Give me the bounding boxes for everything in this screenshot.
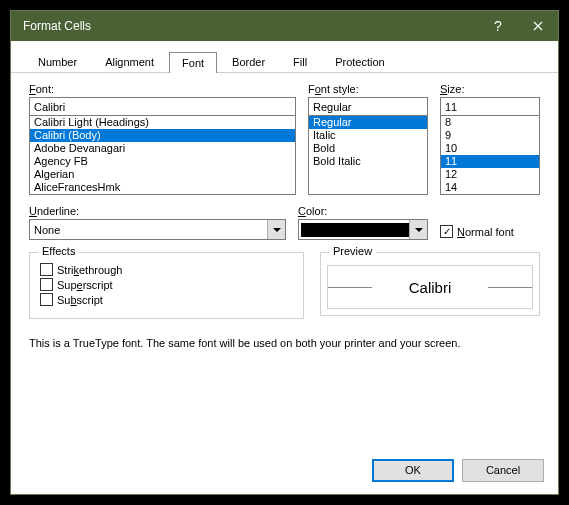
strikethrough-checkbox[interactable]: Strikethrough — [40, 263, 293, 276]
list-item[interactable]: 10 — [441, 142, 539, 155]
subscript-label: Subscript — [57, 294, 103, 306]
superscript-label: Superscript — [57, 279, 113, 291]
preview-box: Calibri — [327, 265, 533, 309]
list-item[interactable]: 8 — [441, 116, 539, 129]
font-label: Font: — [29, 83, 296, 95]
tab-border[interactable]: Border — [219, 51, 278, 72]
superscript-checkbox[interactable]: Superscript — [40, 278, 293, 291]
chevron-down-icon[interactable] — [267, 220, 285, 239]
size-input[interactable] — [440, 97, 540, 116]
preview-text: Calibri — [409, 279, 452, 296]
color-combo[interactable] — [298, 219, 428, 240]
format-cells-dialog: Format Cells ? Number Alignment Font Bor… — [10, 10, 559, 495]
help-button[interactable]: ? — [478, 11, 518, 41]
underline-combo[interactable]: None — [29, 219, 286, 240]
font-style-input[interactable] — [308, 97, 428, 116]
font-style-listbox[interactable]: Regular Italic Bold Bold Italic — [308, 115, 428, 195]
size-listbox[interactable]: 8 9 10 11 12 14 — [440, 115, 540, 195]
list-item[interactable]: 12 — [441, 168, 539, 181]
ok-button[interactable]: OK — [372, 459, 454, 482]
checkbox-icon — [40, 263, 53, 276]
dialog-title: Format Cells — [23, 19, 478, 33]
normal-font-checkbox[interactable]: ✓ Normal font — [440, 225, 514, 238]
font-input[interactable] — [29, 97, 296, 116]
normal-font-label: Normal font — [457, 226, 514, 238]
dialog-buttons: OK Cancel — [372, 459, 544, 482]
tab-number[interactable]: Number — [25, 51, 90, 72]
effects-group: Effects Strikethrough Superscript Subscr… — [29, 252, 304, 319]
list-item[interactable]: Bold Italic — [309, 155, 427, 168]
list-item[interactable]: 11 — [441, 155, 539, 168]
list-item[interactable]: 9 — [441, 129, 539, 142]
preview-legend: Preview — [329, 245, 376, 257]
list-item[interactable]: Adobe Devanagari — [30, 142, 295, 155]
subscript-checkbox[interactable]: Subscript — [40, 293, 293, 306]
underline-value: None — [30, 224, 267, 236]
list-item[interactable]: Calibri (Body) — [30, 129, 295, 142]
tab-protection[interactable]: Protection — [322, 51, 398, 72]
dialog-body: Font: Calibri Light (Headings) Calibri (… — [11, 73, 558, 359]
titlebar: Format Cells ? — [11, 11, 558, 41]
checkbox-icon: ✓ — [440, 225, 453, 238]
font-description: This is a TrueType font. The same font w… — [29, 337, 540, 349]
font-style-label: Font style: — [308, 83, 428, 95]
list-item[interactable]: Algerian — [30, 168, 295, 181]
preview-group: Preview Calibri — [320, 252, 540, 316]
color-label: Color: — [298, 205, 428, 217]
effects-legend: Effects — [38, 245, 79, 257]
chevron-down-icon[interactable] — [409, 220, 427, 239]
cancel-button[interactable]: Cancel — [462, 459, 544, 482]
tab-fill[interactable]: Fill — [280, 51, 320, 72]
font-listbox[interactable]: Calibri Light (Headings) Calibri (Body) … — [29, 115, 296, 195]
tab-strip: Number Alignment Font Border Fill Protec… — [11, 41, 558, 73]
checkbox-icon — [40, 278, 53, 291]
list-item[interactable]: 14 — [441, 181, 539, 194]
close-button[interactable] — [518, 11, 558, 41]
checkbox-icon — [40, 293, 53, 306]
color-swatch — [301, 223, 409, 237]
list-item[interactable]: Italic — [309, 129, 427, 142]
list-item[interactable]: AliceFrancesHmk — [30, 181, 295, 194]
list-item[interactable]: Calibri Light (Headings) — [30, 116, 295, 129]
strikethrough-label: Strikethrough — [57, 264, 122, 276]
list-item[interactable]: Bold — [309, 142, 427, 155]
underline-label: Underline: — [29, 205, 286, 217]
list-item[interactable]: Regular — [309, 116, 427, 129]
size-label: Size: — [440, 83, 540, 95]
tab-alignment[interactable]: Alignment — [92, 51, 167, 72]
list-item[interactable]: Agency FB — [30, 155, 295, 168]
tab-font[interactable]: Font — [169, 52, 217, 73]
